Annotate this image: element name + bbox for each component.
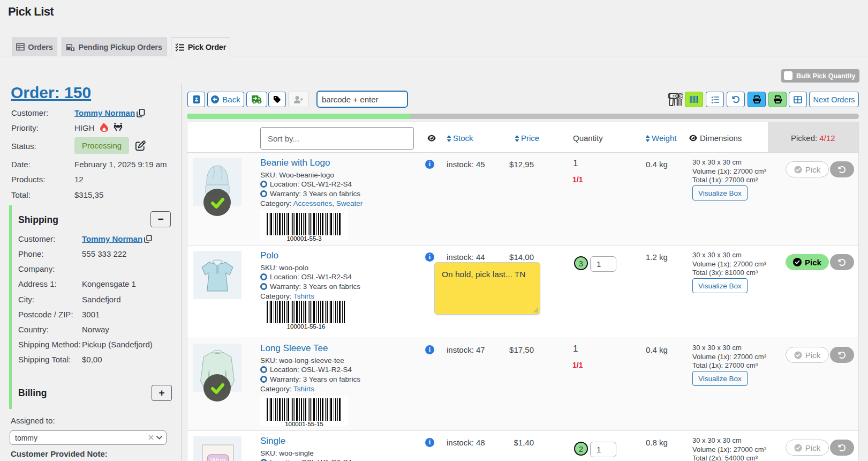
svg-text:Woo: Woo xyxy=(210,456,226,461)
